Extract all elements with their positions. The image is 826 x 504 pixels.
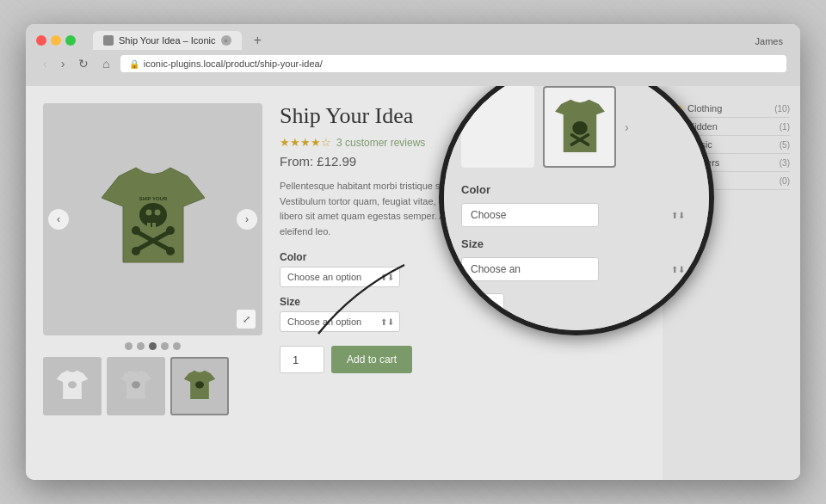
browser-tab[interactable]: Ship Your Idea – Iconic ×: [93, 31, 242, 50]
magnify-thumb-2[interactable]: [543, 86, 616, 168]
maximize-button[interactable]: [65, 35, 76, 46]
forward-button[interactable]: ›: [58, 55, 69, 72]
svg-point-8: [132, 226, 140, 235]
svg-point-16: [195, 381, 204, 388]
browser-chrome: Ship Your Idea – Iconic × + James ‹ › ↻ …: [26, 24, 800, 86]
svg-rect-5: [152, 223, 156, 227]
svg-point-15: [132, 381, 140, 388]
svg-point-10: [132, 247, 140, 255]
lock-icon: 🔒: [129, 59, 139, 69]
titlebar: Ship Your Idea – Iconic × + James: [36, 31, 790, 50]
minimize-button[interactable]: [51, 35, 61, 46]
magnify-size-arrow-icon: ⬆⬇: [671, 265, 685, 274]
magnify-color-label: Color: [461, 183, 692, 196]
magnify-thumbnails: ›: [461, 86, 692, 168]
color-select[interactable]: Choose an option: [280, 267, 400, 287]
sidebar-count-test: (0): [780, 176, 790, 186]
svg-text:SHIP YOUR: SHIP YOUR: [139, 196, 167, 201]
zoom-button[interactable]: ⤢: [237, 310, 256, 329]
magnify-next-icon[interactable]: ›: [625, 120, 629, 134]
sidebar-count-posters: (3): [780, 158, 790, 168]
product-images: SHIP YOUR IDEA ‹ › ⤢: [43, 103, 262, 463]
back-button[interactable]: ‹: [40, 55, 51, 72]
favicon-icon: [103, 35, 114, 46]
svg-point-17: [572, 121, 588, 135]
sidebar-count-music: (5): [780, 140, 790, 150]
color-select-wrapper: Choose an option ⬆⬇: [280, 267, 400, 287]
thumbnail-3[interactable]: [170, 357, 229, 415]
dot-4[interactable]: [161, 342, 169, 350]
thumbnail-1[interactable]: [43, 357, 102, 415]
new-tab-button[interactable]: +: [249, 31, 268, 50]
svg-point-11: [166, 247, 175, 255]
url-text: iconic-plugins.local/product/ship-your-i…: [144, 58, 323, 69]
sidebar-count-hidden: (1): [780, 122, 790, 132]
magnify-size-wrapper: Choose an ⬆⬇: [461, 257, 692, 281]
quantity-row: Add to cart: [280, 346, 642, 373]
main-image-container: SHIP YOUR IDEA ‹ › ⤢: [43, 103, 262, 335]
thumbnail-2[interactable]: [107, 357, 165, 415]
address-bar[interactable]: 🔒 iconic-plugins.local/product/ship-your…: [120, 55, 786, 72]
next-image-button[interactable]: ›: [237, 209, 257, 230]
magnify-size-label: Size: [461, 237, 692, 250]
dot-2[interactable]: [137, 342, 145, 350]
dot-1[interactable]: [125, 342, 133, 350]
home-button[interactable]: ⌂: [99, 55, 113, 72]
thumbnail-row: [43, 357, 262, 415]
svg-point-2: [145, 210, 151, 216]
magnify-color-wrapper: Choose ⬆⬇: [461, 203, 692, 227]
image-dots: [43, 342, 262, 350]
address-bar-row: ‹ › ↻ ⌂ 🔒 iconic-plugins.local/product/s…: [36, 55, 790, 79]
prev-image-button[interactable]: ‹: [48, 209, 69, 230]
close-button[interactable]: [36, 35, 46, 46]
svg-text:IDEA: IDEA: [146, 203, 159, 208]
traffic-lights: [36, 35, 76, 46]
magnify-color-arrow-icon: ⬆⬇: [671, 211, 685, 220]
browser-content: SHIP YOUR IDEA ‹ › ⤢: [26, 86, 800, 480]
refresh-button[interactable]: ↻: [75, 55, 92, 72]
svg-point-14: [68, 381, 77, 388]
review-link[interactable]: 3 customer reviews: [336, 137, 425, 149]
sidebar-item-clothing[interactable]: 📁 Clothing (10): [673, 100, 790, 118]
svg-rect-4: [147, 223, 151, 227]
dot-3[interactable]: [149, 342, 157, 350]
dot-5[interactable]: [173, 342, 181, 350]
product-area: SHIP YOUR IDEA ‹ › ⤢: [26, 86, 663, 480]
product-image: SHIP YOUR IDEA: [84, 151, 222, 288]
magnify-thumb-1[interactable]: [461, 86, 534, 168]
magnify-color-select[interactable]: Choose: [461, 203, 599, 227]
svg-point-3: [154, 210, 160, 216]
size-select[interactable]: Choose an option: [280, 311, 400, 332]
sidebar-count-clothing: (10): [774, 104, 790, 114]
svg-point-9: [166, 226, 175, 235]
tab-title: Ship Your Idea – Iconic: [119, 35, 216, 46]
star-rating: ★★★★☆: [280, 136, 331, 149]
magnify-size-select[interactable]: Choose an: [461, 257, 599, 281]
tab-close-icon[interactable]: ×: [221, 35, 231, 46]
browser-window: Ship Your Idea – Iconic × + James ‹ › ↻ …: [26, 24, 800, 480]
size-select-wrapper: Choose an option ⬆⬇: [280, 311, 400, 332]
add-to-cart-button[interactable]: Add to cart: [331, 346, 412, 373]
quantity-input[interactable]: [280, 346, 324, 373]
sidebar-label-clothing: Clothing: [687, 103, 722, 114]
user-label: James: [755, 36, 783, 46]
magnify-panel: › Color Choose ⬆⬇ Size Choose an: [444, 86, 709, 330]
tab-bar: Ship Your Idea – Iconic × +: [93, 31, 268, 50]
